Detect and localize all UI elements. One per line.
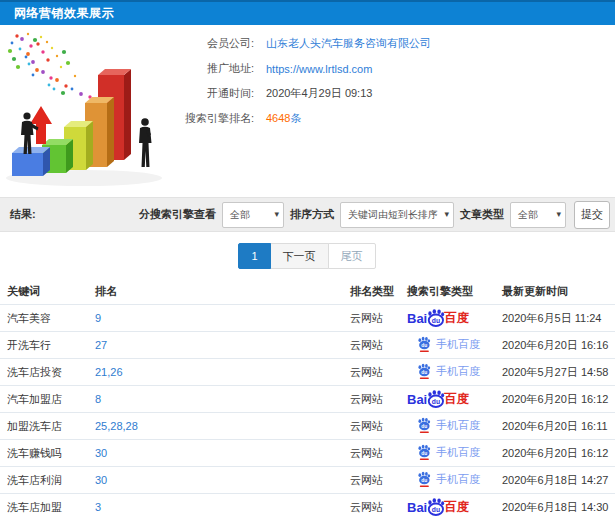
svg-text:du: du <box>432 397 440 404</box>
cell-keyword: 汽车加盟店 <box>7 392 95 407</box>
cell-rank-type: 云网站 <box>350 365 407 380</box>
cell-update-time: 2020年6月18日 14:30 <box>502 500 615 515</box>
cell-keyword: 洗车赚钱吗 <box>7 446 95 461</box>
field-label: 会员公司: <box>166 36 254 51</box>
results-table: 关键词 排名 排名类型 搜索引擎类型 最新更新时间 汽车美容9云网站Baidu百… <box>0 278 615 520</box>
cell-update-time: 2020年6月20日 16:12 <box>502 446 615 461</box>
titlebar: 网络营销效果展示 <box>0 0 615 25</box>
svg-text:du: du <box>421 424 427 429</box>
header-update-time: 最新更新时间 <box>502 284 615 299</box>
field-label: 开通时间: <box>166 86 254 101</box>
cell-keyword: 洗车店投资 <box>7 365 95 380</box>
header-rank-type: 排名类型 <box>350 284 407 299</box>
caret-down-icon: ▾ <box>444 209 449 219</box>
rank-count-suffix: 条 <box>290 112 301 124</box>
field-value: 2020年4月29日 09:13 <box>266 86 372 101</box>
svg-text:du: du <box>421 343 427 348</box>
cell-rank-type: 云网站 <box>350 392 407 407</box>
cell-engine-type: du手机百度 <box>407 444 502 462</box>
svg-text:du: du <box>421 478 427 483</box>
header-keyword: 关键词 <box>7 284 95 299</box>
table-row: 开洗车行27云网站du手机百度2020年6月20日 16:16 <box>0 332 615 359</box>
cell-update-time: 2020年6月18日 14:27 <box>502 473 615 488</box>
cell-engine-type: du手机百度 <box>407 471 502 489</box>
cell-keyword: 加盟洗车店 <box>7 419 95 434</box>
field-value: 4648条 <box>266 111 301 126</box>
svg-text:du: du <box>421 451 427 456</box>
header-engine-type: 搜索引擎类型 <box>407 284 502 299</box>
cell-keyword: 洗车店利润 <box>7 473 95 488</box>
last-page-button[interactable]: 尾页 <box>328 243 376 269</box>
baidu-paw-icon: du <box>426 497 445 516</box>
mobile-baidu-logo: du手机百度 <box>417 417 480 433</box>
mobile-baidu-text: 手机百度 <box>436 418 480 433</box>
next-page-button[interactable]: 下一页 <box>270 243 329 269</box>
baidu-bai-text: Bai <box>407 311 427 326</box>
cell-rank: 21,26 <box>95 366 350 378</box>
mobile-baidu-logo: du手机百度 <box>417 363 480 379</box>
cell-engine-type: du手机百度 <box>407 336 502 354</box>
mobile-baidu-paw-icon: du <box>417 444 431 460</box>
baidu-paw-icon: du <box>426 389 445 408</box>
pagination: 1 下一页 尾页 <box>0 243 615 269</box>
engine-select-value: 全部 <box>230 208 250 222</box>
table-row: 洗车赚钱吗30云网站du手机百度2020年6月20日 16:12 <box>0 440 615 467</box>
svg-text:du: du <box>432 505 440 512</box>
field-value[interactable]: https://www.lrtlsd.com <box>266 63 372 75</box>
type-select[interactable]: 全部▾ <box>510 202 566 228</box>
baidu-bai-text: Bai <box>407 392 427 407</box>
sort-select-value: 关键词由短到长排序 <box>348 208 438 222</box>
cell-rank-type: 云网站 <box>350 473 407 488</box>
engine-select[interactable]: 全部▾ <box>222 202 284 228</box>
cell-rank-type: 云网站 <box>350 338 407 353</box>
mobile-baidu-text: 手机百度 <box>436 445 480 460</box>
submit-button[interactable]: 提交 <box>574 201 610 229</box>
cell-rank-type: 云网站 <box>350 446 407 461</box>
header-rank: 排名 <box>95 284 350 299</box>
table-row: 洗车店利润30云网站du手机百度2020年6月18日 14:27 <box>0 467 615 494</box>
cell-rank: 3 <box>95 501 350 513</box>
baidu-cn-text: 百度 <box>444 310 469 327</box>
mobile-baidu-text: 手机百度 <box>436 472 480 487</box>
field-value[interactable]: 山东老人头汽车服务咨询有限公司 <box>266 36 431 51</box>
cell-engine-type: du手机百度 <box>407 363 502 381</box>
cell-update-time: 2020年6月20日 16:11 <box>502 419 615 434</box>
cell-update-time: 2020年5月27日 14:58 <box>502 365 615 380</box>
cell-keyword: 汽车美容 <box>7 311 95 326</box>
cell-rank-type: 云网站 <box>350 311 407 326</box>
mobile-baidu-paw-icon: du <box>417 363 431 379</box>
cell-rank-type: 云网站 <box>350 500 407 515</box>
cell-update-time: 2020年6月5日 11:24 <box>502 311 615 326</box>
info-field-row: 开通时间:2020年4月29日 09:13 <box>166 81 606 106</box>
table-row: 洗车店加盟3云网站Baidu百度2020年6月18日 14:30 <box>0 494 615 520</box>
member-info: 会员公司:山东老人头汽车服务咨询有限公司推广地址:https://www.lrt… <box>166 31 606 131</box>
cell-rank-type: 云网站 <box>350 419 407 434</box>
cell-keyword: 洗车店加盟 <box>7 500 95 515</box>
info-field-row: 会员公司:山东老人头汽车服务咨询有限公司 <box>166 31 606 56</box>
table-row: 洗车店投资21,26云网站du手机百度2020年5月27日 14:58 <box>0 359 615 386</box>
filter-bar: 结果: 分搜索引擎查看 全部▾ 排序方式 关键词由短到长排序▾ 文章类型 全部▾… <box>0 197 615 232</box>
mobile-baidu-text: 手机百度 <box>436 364 480 379</box>
filter-controls: 分搜索引擎查看 全部▾ 排序方式 关键词由短到长排序▾ 文章类型 全部▾ 提交 <box>137 201 610 229</box>
baidu-cn-text: 百度 <box>444 391 469 408</box>
sort-filter-label: 排序方式 <box>290 207 334 222</box>
sort-select[interactable]: 关键词由短到长排序▾ <box>340 202 454 228</box>
table-row: 加盟洗车店25,28,28云网站du手机百度2020年6月20日 16:11 <box>0 413 615 440</box>
page-1-button[interactable]: 1 <box>238 243 270 269</box>
rank-count: 4648 <box>266 112 290 124</box>
standing-person-icon <box>139 118 152 167</box>
baidu-paw-icon: du <box>426 308 445 327</box>
engine-filter-label: 分搜索引擎查看 <box>139 207 216 222</box>
info-field-row: 推广地址:https://www.lrtlsd.com <box>166 56 606 81</box>
field-label: 搜索引擎排名: <box>166 111 254 126</box>
page-title: 网络营销效果展示 <box>14 5 114 22</box>
caret-down-icon: ▾ <box>556 209 561 219</box>
cell-rank: 27 <box>95 339 350 351</box>
field-label: 推广地址: <box>166 61 254 76</box>
mobile-baidu-paw-icon: du <box>417 471 431 487</box>
mobile-baidu-logo: du手机百度 <box>417 444 480 460</box>
baidu-logo: Baidu百度 <box>407 308 469 329</box>
table-row: 汽车美容9云网站Baidu百度2020年6月5日 11:24 <box>0 305 615 332</box>
table-row: 汽车加盟店8云网站Baidu百度2020年6月20日 16:12 <box>0 386 615 413</box>
baidu-cn-text: 百度 <box>444 499 469 516</box>
